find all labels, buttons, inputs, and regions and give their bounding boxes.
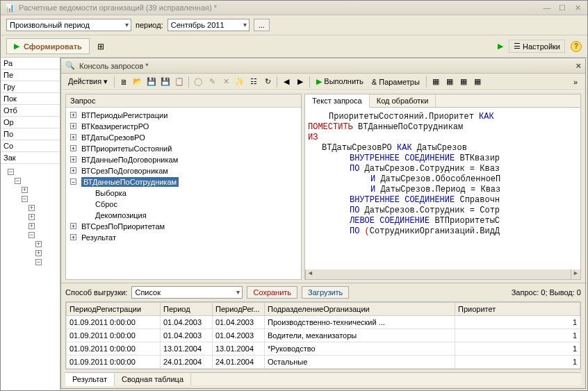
close-button[interactable]: ✕: [572, 3, 583, 13]
tree-item[interactable]: ВТДатыСрезовРО: [67, 132, 300, 143]
col-header[interactable]: ПериодРегистрации: [67, 303, 161, 316]
tab-code[interactable]: Код обработки: [370, 94, 436, 107]
maximize-button[interactable]: ☐: [557, 3, 568, 13]
more-icon[interactable]: »: [570, 76, 581, 88]
play-icon-right[interactable]: ▶: [498, 42, 503, 51]
delete-icon: ✕: [220, 76, 231, 88]
window-title: Расчетные ведомости организаций (39 испр…: [19, 3, 217, 12]
open-icon[interactable]: 📂: [132, 76, 143, 88]
wand-icon[interactable]: ✨: [234, 76, 245, 88]
left-label: Со: [1, 140, 60, 152]
query-text-area[interactable]: ПриоритетыСостояний.Приоритет КАК ПОМЕСТ…: [305, 108, 580, 269]
left-panel: Ра Пе Гру Пок Отб Ор По Со Зак − − + − +…: [1, 58, 60, 390]
titlebar: 📊 Расчетные ведомости организаций (39 ис…: [1, 1, 587, 15]
query-editor-pane: Текст запроса Код обработки ПриоритетыСо…: [304, 94, 581, 280]
period-value-combo[interactable]: Сентябрь 2011: [168, 19, 250, 31]
form-button[interactable]: ▶ Сформировать: [6, 38, 90, 54]
app-icon: 📊: [5, 3, 15, 13]
console-title-text: Консоль запросов *: [79, 62, 149, 70]
tree-item[interactable]: ВТСрезПоПриоритетам: [67, 221, 300, 232]
tree-child[interactable]: Сброс: [67, 199, 300, 210]
form-label: Сформировать: [24, 42, 82, 51]
settings-button[interactable]: ☰ Настройки: [509, 40, 565, 53]
main-toolbar: ▶ Сформировать ⊞ ▶ ☰ Настройки ?: [1, 35, 587, 58]
tool-icon: ◯: [193, 76, 204, 88]
console-toolbar: Действия ▾ 🗎 📂 💾 💾 📋 ◯ ✎ ✕ ✨ ☷ ↻ ◀ ▶ ▶ В…: [61, 74, 585, 90]
grid-icon2[interactable]: ▦: [444, 76, 455, 88]
tree-child[interactable]: Выборка: [67, 188, 300, 199]
left-label: Ор: [1, 117, 60, 128]
period-picker-button[interactable]: ...: [254, 19, 270, 31]
period-toolbar: Произвольный период период: Сентябрь 201…: [1, 15, 587, 35]
tree-item[interactable]: ВТПриоритетыСостояний: [67, 143, 300, 154]
tree-item-selected[interactable]: ВТДанныеПоСотрудникам: [67, 176, 300, 188]
sliders-icon: ☰: [514, 42, 521, 51]
editor-tabs: Текст запроса Код обработки: [305, 94, 580, 108]
tree-item[interactable]: ВТКвазирегистрРО: [67, 121, 300, 132]
query-console: 🔍 Консоль запросов * × Действия ▾ 🗎 📂 💾 …: [60, 58, 586, 389]
execute-button[interactable]: ▶ Выполнить: [313, 76, 366, 88]
save-button[interactable]: Сохранить: [247, 286, 297, 299]
left-label: Ра: [1, 58, 60, 69]
arrow-right-icon[interactable]: ▶: [295, 76, 306, 88]
left-label: Отб: [1, 105, 60, 117]
grid-icon3[interactable]: ▦: [458, 76, 469, 88]
refresh-icon[interactable]: ↻: [262, 76, 273, 88]
result-table[interactable]: ПериодРегистрации Период ПериодРег... По…: [65, 301, 581, 369]
tree-item[interactable]: ВТПериодыРегистрации: [67, 110, 300, 121]
tab-pivot[interactable]: Сводная таблица: [115, 373, 191, 385]
left-label: Зак: [1, 152, 60, 164]
table-row[interactable]: 01.09.2011 0:00:0001.04.200301.04.2003Во…: [67, 329, 580, 342]
results-area: Способ выгрузки: Список Сохранить Загруз…: [61, 283, 585, 388]
saveas-icon[interactable]: 💾: [160, 76, 171, 88]
table-icon[interactable]: ⊞: [95, 41, 106, 52]
period-label: период:: [136, 21, 163, 29]
tree-item[interactable]: ВТСрезПоДоговорникам: [67, 165, 300, 176]
play-icon: ▶: [14, 42, 19, 51]
copy-icon[interactable]: 📋: [174, 76, 185, 88]
left-tree: − − + − + + + − + + −: [1, 164, 60, 269]
save-icon[interactable]: 💾: [146, 76, 157, 88]
load-button[interactable]: Загрузить: [302, 286, 349, 299]
left-label: Пок: [1, 93, 60, 105]
query-tree-header: Запрос: [66, 94, 301, 108]
arrow-left-icon[interactable]: ◀: [281, 76, 292, 88]
table-row[interactable]: 01.09.2011 0:00:0013.01.200413.01.2004*Р…: [67, 342, 580, 356]
new-icon[interactable]: 🗎: [118, 76, 129, 88]
tab-query-text[interactable]: Текст запроса: [305, 94, 370, 108]
tree-item[interactable]: ВТДанныеПоДоговорникам: [67, 154, 300, 165]
help-icon[interactable]: ?: [571, 41, 582, 52]
props-icon[interactable]: ☷: [248, 76, 259, 88]
console-titlebar: 🔍 Консоль запросов * ×: [61, 58, 585, 74]
result-tabs: Результат Сводная таблица: [65, 372, 581, 385]
tree-item[interactable]: Результат: [67, 232, 300, 243]
params-button[interactable]: & Параметры: [369, 76, 423, 88]
status-text: Запрос: 0; Вывод: 0: [512, 288, 581, 297]
edit-icon: ✎: [206, 76, 218, 88]
left-label: По: [1, 128, 60, 140]
actions-menu[interactable]: Действия ▾: [65, 76, 111, 88]
col-header[interactable]: Приоритет: [455, 303, 580, 316]
tree-child[interactable]: Декомпозиция: [67, 210, 300, 221]
export-label: Способ выгрузки:: [65, 288, 127, 297]
table-row[interactable]: 01.09.2011 0:00:0024.01.200424.01.2004Ос…: [67, 356, 580, 369]
export-combo[interactable]: Список: [131, 286, 243, 299]
table-row[interactable]: 01.09.2011 0:00:0001.04.200301.04.2003Пр…: [67, 316, 580, 329]
console-close-button[interactable]: ×: [575, 60, 581, 71]
grid-icon1[interactable]: ▦: [430, 76, 441, 88]
left-label: Пе: [1, 69, 60, 81]
minimize-button[interactable]: —: [541, 3, 553, 13]
col-header[interactable]: ПериодРег...: [213, 303, 265, 316]
console-icon: 🔍: [65, 61, 75, 70]
query-tree: Запрос ВТПериодыРегистрации ВТКвазирегис…: [65, 94, 302, 280]
grid-icon4[interactable]: ▦: [472, 76, 483, 88]
col-header[interactable]: Период: [161, 303, 213, 316]
tab-result[interactable]: Результат: [65, 373, 115, 386]
hscroll[interactable]: ◄►: [305, 269, 580, 279]
left-label: Гру: [1, 81, 60, 93]
period-type-combo[interactable]: Произвольный период: [6, 19, 131, 31]
col-header[interactable]: ПодразделениеОрганизации: [265, 303, 455, 316]
